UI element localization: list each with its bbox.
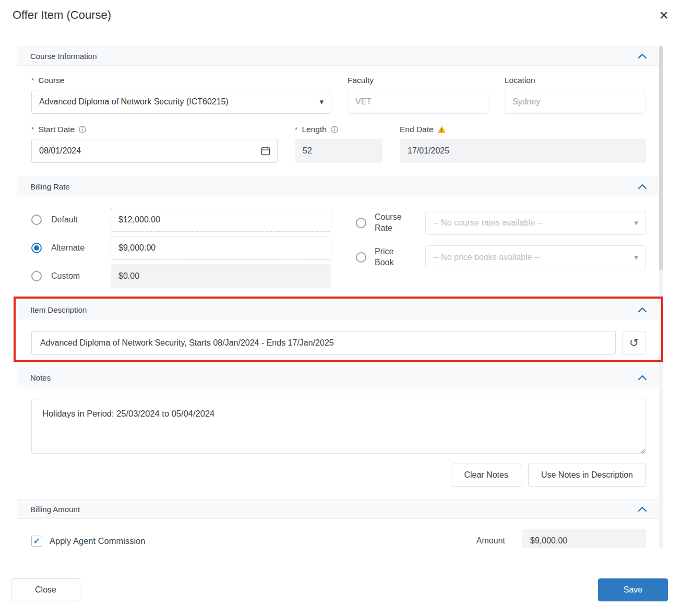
course-rate-label: Course Rate xyxy=(375,212,414,234)
price-book-select[interactable]: -- No price books available -- ▾ xyxy=(425,245,646,269)
caret-down-icon: ▾ xyxy=(634,253,638,262)
section-title: Item Description xyxy=(30,305,87,314)
radio-custom-rate[interactable]: Custom xyxy=(31,271,80,281)
dialog-footer: Close Save xyxy=(0,578,682,601)
radio-price-book[interactable] xyxy=(356,252,366,263)
section-title: Course Information xyxy=(30,52,97,61)
chevron-up-icon[interactable] xyxy=(638,307,647,313)
section-billing-rate: Billing Rate Default Alternate xyxy=(17,176,659,300)
radio-dot-selected[interactable] xyxy=(31,243,42,253)
section-billing-amount: Billing Amount ✓ Apply Agent Commission … xyxy=(17,499,659,548)
radio-dot[interactable] xyxy=(31,271,42,281)
end-date-field xyxy=(400,139,646,163)
chevron-up-icon[interactable] xyxy=(638,506,647,512)
caret-down-icon: ▾ xyxy=(634,218,638,228)
billing-rate-body: Default Alternate Custom xyxy=(17,196,659,300)
item-description-input[interactable] xyxy=(31,331,616,355)
radio-dot[interactable] xyxy=(356,218,366,228)
custom-rate-input xyxy=(111,264,331,288)
close-icon[interactable]: × xyxy=(659,7,668,23)
notes-body: Holidays in Period: 25/03/2024 to 05/04/… xyxy=(17,387,659,499)
radio-dot[interactable] xyxy=(356,252,366,263)
faculty-field xyxy=(348,90,488,114)
section-notes: Notes Holidays in Period: 25/03/2024 to … xyxy=(17,368,659,499)
dialog-header: Offer Item (Course) × xyxy=(0,0,682,30)
start-date-label: *Start Date xyxy=(31,124,278,134)
chevron-up-icon[interactable] xyxy=(638,184,647,189)
alternate-rate-input[interactable] xyxy=(111,236,331,260)
location-field xyxy=(505,90,645,114)
save-button[interactable]: Save xyxy=(598,578,668,601)
chevron-up-icon[interactable] xyxy=(638,375,647,381)
required-marker: * xyxy=(295,125,297,134)
radio-label: Default xyxy=(51,215,78,224)
price-book-label: Price Book xyxy=(375,246,414,268)
course-rate-select[interactable]: -- No course rates available -- ▾ xyxy=(425,211,646,235)
close-button[interactable]: Close xyxy=(11,578,80,601)
apply-agent-commission-label: Apply Agent Commission xyxy=(50,536,145,546)
section-item-description: Item Description ↺ xyxy=(17,300,659,368)
info-icon xyxy=(78,125,87,134)
apply-agent-commission-checkbox[interactable]: ✓ Apply Agent Commission xyxy=(31,536,145,547)
clear-notes-button[interactable]: Clear Notes xyxy=(451,464,521,487)
section-title: Billing Amount xyxy=(30,505,80,514)
section-title: Billing Rate xyxy=(30,182,70,191)
radio-alternate-rate[interactable]: Alternate xyxy=(31,243,85,253)
course-select[interactable]: Advanced Diploma of Network Security (IC… xyxy=(31,90,331,114)
radio-default-rate[interactable]: Default xyxy=(31,215,78,225)
length-label: *Length xyxy=(295,124,382,134)
history-icon: ↺ xyxy=(629,336,639,349)
section-header-item-description[interactable]: Item Description xyxy=(17,300,659,319)
start-date-field[interactable] xyxy=(31,139,278,163)
section-header-billing-rate[interactable]: Billing Rate xyxy=(17,176,659,196)
faculty-label: Faculty xyxy=(348,75,488,85)
end-date-label: End Date xyxy=(400,124,646,134)
default-rate-input[interactable] xyxy=(111,208,331,232)
location-label: Location xyxy=(505,75,645,85)
notes-textarea[interactable]: Holidays in Period: 25/03/2024 to 05/04/… xyxy=(31,399,646,454)
course-select-value: Advanced Diploma of Network Security (IC… xyxy=(39,97,229,106)
radio-dot[interactable] xyxy=(31,215,42,225)
item-description-body: ↺ xyxy=(17,319,659,368)
amount-field xyxy=(522,529,646,548)
section-header-course-information[interactable]: Course Information xyxy=(17,46,659,66)
section-course-information: Course Information *Course Advanced Dipl… xyxy=(17,46,659,176)
radio-label: Custom xyxy=(51,271,80,281)
course-rate-placeholder: -- No course rates available -- xyxy=(433,218,543,228)
start-date-input[interactable] xyxy=(39,146,260,156)
scrollbar-thumb[interactable] xyxy=(659,46,663,270)
amount-label: Amount xyxy=(476,536,505,546)
checkbox-check-icon[interactable]: ✓ xyxy=(31,536,42,547)
dialog-title: Offer Item (Course) xyxy=(13,8,111,22)
dialog-body: Course Information *Course Advanced Dipl… xyxy=(0,30,682,548)
section-header-billing-amount[interactable]: Billing Amount xyxy=(17,499,659,519)
caret-down-icon: ▾ xyxy=(319,97,324,106)
required-marker: * xyxy=(31,76,34,85)
course-information-body: *Course Advanced Diploma of Network Secu… xyxy=(17,66,659,176)
radio-course-rate[interactable] xyxy=(356,218,366,228)
section-title: Notes xyxy=(30,373,51,382)
price-book-placeholder: -- No price books available -- xyxy=(433,253,540,262)
reset-description-button[interactable]: ↺ xyxy=(622,331,646,355)
section-header-notes[interactable]: Notes xyxy=(17,368,659,387)
billing-amount-body: ✓ Apply Agent Commission Amount xyxy=(17,519,659,548)
calendar-icon[interactable] xyxy=(260,146,271,156)
vertical-scrollbar[interactable] xyxy=(659,46,663,548)
radio-label: Alternate xyxy=(51,243,85,253)
warning-icon xyxy=(437,125,446,134)
use-notes-in-description-button[interactable]: Use Notes in Description xyxy=(528,464,646,487)
info-icon xyxy=(330,125,339,134)
chevron-up-icon[interactable] xyxy=(638,53,647,59)
course-label: *Course xyxy=(31,75,331,85)
required-marker: * xyxy=(31,125,34,134)
length-field xyxy=(295,139,382,163)
